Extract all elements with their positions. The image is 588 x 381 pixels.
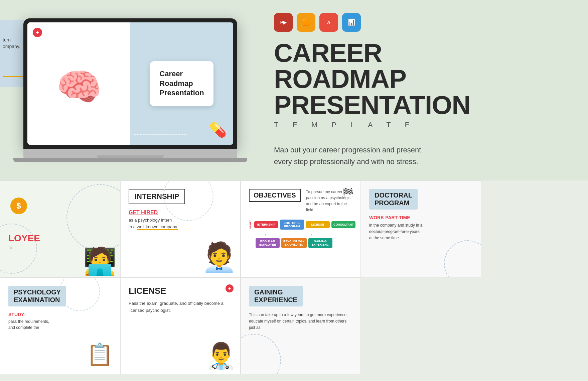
badge-employee: REGULAREMPLOYEE [256,238,280,248]
medical-cross-icon: + [33,28,42,37]
gaining-desc: This can take up to a few years to get m… [249,312,352,331]
app-icons-row: P▶ 🟧 A 📊 [274,13,568,32]
laptop-screen-outer: + 🧠 CareerRoadmapPresentation 💊 [23,18,237,149]
coin-icon: $ [10,198,27,214]
slide-card-gaining: GAININGEXPERIENCE This can take up to a … [241,277,361,374]
circle-decoration [66,184,120,251]
arrow-row: ↑ ↑ ↑ [256,233,352,237]
template-label: T E M P L A T E [274,121,568,129]
start-label: START [249,220,252,229]
slide-card-psychology: PSYCHOLOGYEXAMINATION STUDY! pass the re… [0,277,120,374]
hero-section: tern ompany. + 🧠 CareerRoadmapPre [0,0,588,180]
license-title: LICENSE [129,286,232,296]
slide-card-license: LICENSE Pass the exam, graduate, and off… [120,277,241,374]
roadmap-bottom-row: REGULAREMPLOYEE PSYCHOLOGYEXAMINATIO GAI… [256,238,352,248]
laptop-mockup: + 🧠 CareerRoadmapPresentation 💊 [23,18,237,162]
medical-cross-license: + [226,284,234,292]
slide-card-employee: $ 🧑‍💻 LOYEE to [0,180,120,277]
google-slides-icon: 🟧 [297,13,315,32]
laptop-slide-left: + 🧠 [27,22,130,145]
circle-deco-doctoral [444,240,481,277]
laptop-screen-inner: + 🧠 CareerRoadmapPresentation 💊 [27,22,233,145]
hero-laptop-area: + 🧠 CareerRoadmapPresentation 💊 [0,0,261,180]
laptop-base [23,149,237,158]
flag-icon: 🏁 [342,187,354,199]
laptop-foot [13,158,247,162]
objectives-header: OBJECTIVES To pursue my career and passi… [249,189,352,213]
document-illustration: 📋 [86,342,113,367]
slide-card-objectives: 🏁 OBJECTIVES To pursue my career and pas… [241,180,361,277]
person-laptop-illustration: 🧑‍💼 [201,240,237,274]
doctor-illustration: 👨‍⚕️ [205,341,237,371]
powerpoint-icon: P▶ [274,13,293,32]
doctoral-title: DOCTORALPROGRAM [369,189,418,210]
medicine-bottle-icon: 💊 [209,122,227,138]
employee-tag-area: LOYEE to [8,233,40,250]
employee-title: LOYEE [8,233,40,244]
psych-desc: pass the requirements, and complete the [8,319,112,331]
study-label: STUDY! [8,312,112,317]
brain-illustration: 🧠 [56,66,102,109]
badge-doctoral: DOCTORALPROGRAM [280,220,304,230]
slide-card-internship: INTERNSHIP GET HIRED as a psychology int… [120,180,241,277]
badge-consultant: CONSULTANT [331,221,355,228]
employee-subtitle: to [8,245,40,250]
company-underline: well-known company. [137,224,178,230]
work-part-time-label: WORK PART-TIME [369,215,473,220]
hero-right: P▶ 🟧 A 📊 CAREER ROADMAP PRESENTATION T E… [261,0,588,180]
hero-description: Map out your career progression and pres… [274,144,568,167]
laptop-slide-title: CareerRoadmapPresentation [159,69,204,98]
slide-card-doctoral: DOCTORALPROGRAM WORK PART-TIME in the co… [361,180,481,277]
person-desk-illustration: 🧑‍💻 [83,246,117,277]
badge-license: LICENSE [306,221,330,228]
slide-peek-text: tern ompany. [3,37,20,50]
keynote-icon: 📊 [342,13,361,32]
roadmap-top-row: START INTERNSHIP DOCTORALPROGRAM LICENSE… [249,220,352,230]
objectives-title: OBJECTIVES [249,189,301,202]
laptop-title-box: CareerRoadmapPresentation [150,61,213,106]
laptop-slide-right: CareerRoadmapPresentation 💊 [130,22,233,145]
main-title: CAREER ROADMAP PRESENTATION [274,40,568,118]
psychology-title: PSYCHOLOGYEXAMINATION [8,286,66,306]
slides-grid: $ 🧑‍💻 LOYEE to INTERNSHIP GET HIRED as a… [0,180,588,381]
badge-psychology: PSYCHOLOGYEXAMINATIO [281,238,307,248]
circle-deco-gaining [241,334,281,374]
strikethrough-text: doctoral program for 5 years [369,229,420,234]
license-desc: Pass the exam, graduate, and officially … [129,300,232,314]
acrobat-icon: A [319,13,338,32]
circle-deco-psych [60,277,100,311]
badge-internship: INTERNSHIP [254,221,278,228]
dashed-line-decoration [134,134,186,135]
badge-gaining: GAININGEXPERIENC [308,238,332,248]
doctoral-desc: in the company and study in a doctoral p… [369,222,473,242]
gaining-title: GAININGEXPERIENCE [249,286,303,306]
